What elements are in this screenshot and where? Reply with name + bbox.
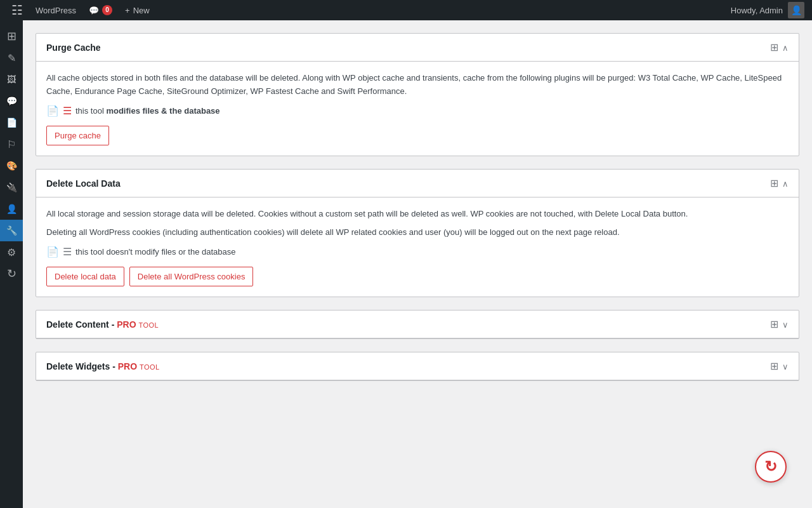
delete-local-data-header-icons bbox=[770, 177, 789, 189]
collapse-delete-local-data-icon[interactable] bbox=[782, 178, 789, 189]
delete-local-data-title: Delete Local Data bbox=[46, 178, 121, 189]
delete-local-data-button[interactable]: Delete local data bbox=[46, 267, 124, 287]
pages-icon: 📄 bbox=[6, 117, 17, 128]
file-icon: 📄 bbox=[46, 105, 59, 117]
sidebar-item-pages[interactable]: 📄 bbox=[0, 112, 23, 133]
delete-wp-cookies-button[interactable]: Delete all WordPress cookies bbox=[129, 267, 254, 287]
purge-cache-header-icons bbox=[770, 41, 789, 53]
purge-cache-header: Purge Cache bbox=[36, 34, 799, 62]
delete-widgets-pro-label: PRO bbox=[118, 361, 137, 371]
admin-sidebar: ✎ 🖼 💬 📄 ⚐ 🎨 🔌 👤 🔧 ⚙ ↻ bbox=[0, 20, 23, 508]
sidebar-item-appearance[interactable]: 🎨 bbox=[0, 155, 23, 177]
delete-local-data-header: Delete Local Data bbox=[36, 170, 799, 197]
site-name-item[interactable]: WordPress bbox=[29, 0, 82, 20]
users-icon: 👤 bbox=[6, 204, 17, 214]
delete-widgets-title: Delete Widgets - PRO TOOL bbox=[46, 361, 160, 371]
wp-logo-icon: ☷ bbox=[11, 3, 23, 18]
tools-icon: 🔧 bbox=[6, 225, 17, 236]
meta-text: this tool modifies files & the database bbox=[75, 106, 220, 116]
sidebar-item-updates[interactable]: ↻ bbox=[0, 263, 23, 284]
delete-widgets-header: Delete Widgets - PRO TOOL bbox=[36, 352, 799, 380]
updates-icon: ↻ bbox=[7, 267, 16, 281]
sidebar-item-settings[interactable]: ⚙ bbox=[0, 241, 23, 263]
grid-view-icon-2[interactable] bbox=[770, 177, 778, 189]
site-name-label: WordPress bbox=[36, 6, 76, 15]
sidebar-item-users[interactable]: 👤 bbox=[0, 198, 23, 220]
database-icon-2: ☰ bbox=[63, 246, 72, 258]
purge-cache-description: All cache objects stored in both files a… bbox=[46, 72, 789, 98]
new-label: New bbox=[133, 6, 150, 15]
delete-content-header-icons bbox=[770, 318, 789, 330]
sidebar-item-feedback[interactable]: ⚐ bbox=[0, 133, 23, 155]
purge-cache-body: All cache objects stored in both files a… bbox=[36, 62, 799, 156]
delete-local-data-actions: Delete local data Delete all WordPress c… bbox=[46, 267, 789, 287]
plugins-icon: 🔌 bbox=[6, 182, 17, 192]
file-icon-2: 📄 bbox=[46, 246, 59, 258]
delete-local-data-desc2: Deleting all WordPress cookies (includin… bbox=[46, 226, 789, 239]
grid-view-icon[interactable] bbox=[770, 41, 778, 53]
appearance-icon: 🎨 bbox=[6, 161, 17, 171]
purge-cache-actions: Purge cache bbox=[46, 126, 789, 146]
grid-view-icon-3[interactable] bbox=[770, 318, 778, 330]
comments-icon: 💬 bbox=[6, 96, 17, 106]
media-icon: 🖼 bbox=[7, 74, 16, 84]
expand-delete-widgets-icon[interactable] bbox=[782, 361, 789, 372]
howdy-item[interactable]: Howdy, Admin 👤 bbox=[723, 0, 812, 20]
sidebar-item-media[interactable]: 🖼 bbox=[0, 69, 23, 90]
expand-delete-content-icon[interactable] bbox=[782, 319, 789, 330]
delete-content-pro-label: PRO bbox=[117, 319, 136, 330]
meta-strong: modifies files & the database bbox=[106, 106, 219, 116]
delete-content-title: Delete Content - PRO TOOL bbox=[46, 319, 159, 330]
plus-icon: + bbox=[125, 6, 130, 15]
delete-local-data-desc1: All local storage and session storage da… bbox=[46, 208, 789, 221]
feedback-icon: ⚐ bbox=[7, 138, 16, 150]
delete-content-card: Delete Content - PRO TOOL bbox=[36, 310, 799, 339]
delete-widgets-header-icons bbox=[770, 360, 789, 372]
refresh-button[interactable]: ↻ bbox=[755, 451, 787, 483]
purge-cache-button[interactable]: Purge cache bbox=[46, 126, 109, 146]
sidebar-item-tools[interactable]: 🔧 bbox=[0, 220, 23, 241]
comment-bubble-icon: 💬 bbox=[89, 6, 99, 15]
refresh-icon: ↻ bbox=[764, 458, 777, 476]
grid-view-icon-4[interactable] bbox=[770, 360, 778, 372]
purge-cache-meta: 📄 ☰ this tool modifies files & the datab… bbox=[46, 105, 789, 117]
sidebar-item-plugins[interactable]: 🔌 bbox=[0, 177, 23, 198]
collapse-purge-cache-icon[interactable] bbox=[782, 42, 789, 53]
meta-text-2: this tool doesn't modify files or the da… bbox=[75, 247, 236, 257]
howdy-text: Howdy, Admin bbox=[731, 6, 783, 15]
delete-widgets-card: Delete Widgets - PRO TOOL bbox=[36, 352, 799, 381]
delete-widgets-tool-label: TOOL bbox=[140, 363, 160, 371]
delete-content-header: Delete Content - PRO TOOL bbox=[36, 311, 799, 338]
comments-count: 0 bbox=[102, 5, 112, 15]
delete-local-data-meta: 📄 ☰ this tool doesn't modify files or th… bbox=[46, 246, 789, 258]
database-icon: ☰ bbox=[63, 105, 72, 117]
admin-bar: ☷ WordPress 💬 0 + New Howdy, Admin 👤 bbox=[0, 0, 812, 20]
purge-cache-card: Purge Cache All cache objects stored in … bbox=[36, 33, 799, 156]
delete-content-tool-label: TOOL bbox=[138, 321, 159, 329]
settings-icon: ⚙ bbox=[7, 246, 16, 258]
sidebar-item-posts[interactable]: ✎ bbox=[0, 47, 23, 69]
dashboard-icon bbox=[7, 29, 16, 43]
sidebar-item-dashboard[interactable] bbox=[0, 25, 23, 47]
new-content-item[interactable]: + New bbox=[119, 0, 156, 20]
purge-cache-title: Purge Cache bbox=[46, 43, 101, 53]
comments-item[interactable]: 💬 0 bbox=[82, 0, 119, 20]
avatar: 👤 bbox=[788, 2, 804, 18]
wp-logo-item[interactable]: ☷ bbox=[5, 0, 29, 20]
delete-local-data-card: Delete Local Data All local storage and … bbox=[36, 169, 799, 297]
posts-icon: ✎ bbox=[8, 52, 16, 64]
sidebar-item-comments[interactable]: 💬 bbox=[0, 90, 23, 112]
main-content: Purge Cache All cache objects stored in … bbox=[23, 20, 812, 508]
delete-local-data-body: All local storage and session storage da… bbox=[36, 197, 799, 297]
